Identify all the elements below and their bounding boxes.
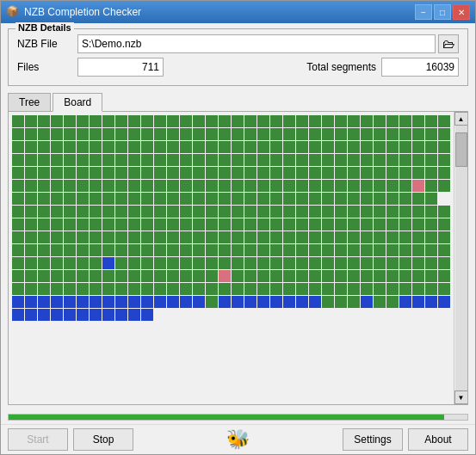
content-area: NZB Details NZB File S:\Demo.nzb 🗁 Files… — [1, 23, 475, 410]
board-cell — [90, 257, 102, 269]
board-cell — [167, 218, 179, 231]
board-cell — [399, 141, 411, 153]
stop-button[interactable]: Stop — [73, 428, 133, 451]
board-cell — [154, 193, 166, 205]
board-cell — [64, 128, 76, 140]
board-cell — [270, 115, 282, 127]
board-cell — [270, 141, 282, 153]
board-cell — [115, 309, 127, 321]
board-cell — [374, 193, 386, 205]
board-cell — [115, 141, 127, 153]
scroll-up-button[interactable]: ▲ — [454, 112, 468, 126]
board-cell — [154, 115, 166, 127]
board-cell — [206, 218, 218, 231]
board-cell — [193, 257, 205, 269]
board-cell — [77, 231, 89, 243]
board-cell — [64, 244, 76, 256]
board-cell — [193, 154, 205, 166]
board-cell — [270, 231, 282, 243]
board-cell — [167, 257, 179, 269]
board-cell — [219, 244, 231, 256]
board-cell — [12, 257, 24, 269]
board-cell — [296, 231, 308, 243]
title-bar: 📦 NZB Completion Checker − □ ✕ — [1, 1, 475, 23]
board-cell — [167, 154, 179, 166]
board-cell — [335, 193, 347, 205]
browse-button[interactable]: 🗁 — [438, 34, 459, 53]
nzb-file-row: NZB File S:\Demo.nzb 🗁 — [17, 34, 459, 53]
board-cell — [244, 296, 257, 308]
board-cell — [348, 193, 360, 205]
board-cell — [335, 231, 347, 243]
board-cell — [193, 167, 205, 179]
board-cell — [438, 218, 450, 231]
board-cell — [206, 206, 218, 218]
board-row — [12, 154, 450, 166]
board-cell — [206, 257, 218, 269]
board-cell — [412, 296, 424, 308]
minimize-button[interactable]: − — [415, 4, 432, 20]
board-cell — [128, 193, 140, 205]
board-cell — [283, 193, 295, 205]
about-button[interactable]: About — [408, 428, 468, 451]
board-cell — [12, 283, 24, 295]
board-cell — [206, 270, 218, 282]
board-cell — [180, 206, 192, 218]
scroll-down-button[interactable]: ▼ — [454, 390, 468, 404]
close-button[interactable]: ✕ — [453, 4, 470, 20]
bottom-bar: Start Stop 🐝 Settings About — [1, 424, 475, 454]
board-cell — [219, 180, 231, 192]
group-title: NZB Details — [15, 22, 74, 33]
maximize-button[interactable]: □ — [434, 4, 451, 20]
board-cell — [361, 167, 373, 179]
board-cell — [374, 206, 386, 218]
board-cell — [102, 231, 114, 243]
board-cell — [90, 270, 102, 282]
board-cell — [399, 154, 411, 166]
board-cell — [25, 128, 37, 140]
board-cell — [115, 206, 127, 218]
board-cell — [309, 283, 321, 295]
board-cell — [348, 128, 360, 140]
board-cell — [115, 244, 127, 256]
board-cell — [438, 167, 450, 179]
board-cell — [257, 244, 269, 256]
board-cell — [361, 141, 373, 153]
title-bar-left: 📦 NZB Completion Checker — [6, 5, 141, 19]
settings-button[interactable]: Settings — [343, 428, 403, 451]
board-cell — [102, 283, 114, 295]
board-cell — [322, 167, 334, 179]
board-cell — [438, 128, 450, 140]
board-cell — [219, 296, 231, 308]
board-row — [12, 141, 450, 153]
board-cell — [64, 257, 76, 269]
board-cell — [51, 141, 63, 153]
board-cell — [386, 154, 399, 166]
board-cell — [348, 296, 360, 308]
tab-tree[interactable]: Tree — [8, 93, 51, 112]
board-cell — [25, 270, 37, 282]
board-cell — [425, 270, 437, 282]
board-cell — [193, 180, 205, 192]
board-cell — [51, 193, 63, 205]
board-cell — [438, 244, 450, 256]
board-cell — [154, 167, 166, 179]
board-cell — [141, 218, 153, 231]
board-cell — [128, 244, 140, 256]
board-cell — [425, 218, 437, 231]
tab-board[interactable]: Board — [53, 93, 102, 112]
board-cell — [38, 193, 50, 205]
board-cell — [425, 141, 437, 153]
scrollbar[interactable]: ▲ ▼ — [454, 112, 467, 404]
board-cell — [438, 180, 450, 192]
board-cell — [244, 244, 257, 256]
board-cell — [232, 206, 244, 218]
board-cell — [412, 128, 424, 140]
board-cell — [38, 218, 50, 231]
nzb-file-input[interactable]: S:\Demo.nzb — [77, 34, 436, 53]
board-cell — [283, 218, 295, 231]
scroll-thumb[interactable] — [455, 132, 467, 167]
start-button[interactable]: Start — [8, 428, 68, 451]
logo-area: 🐝 — [217, 428, 260, 451]
board-cell — [296, 154, 308, 166]
